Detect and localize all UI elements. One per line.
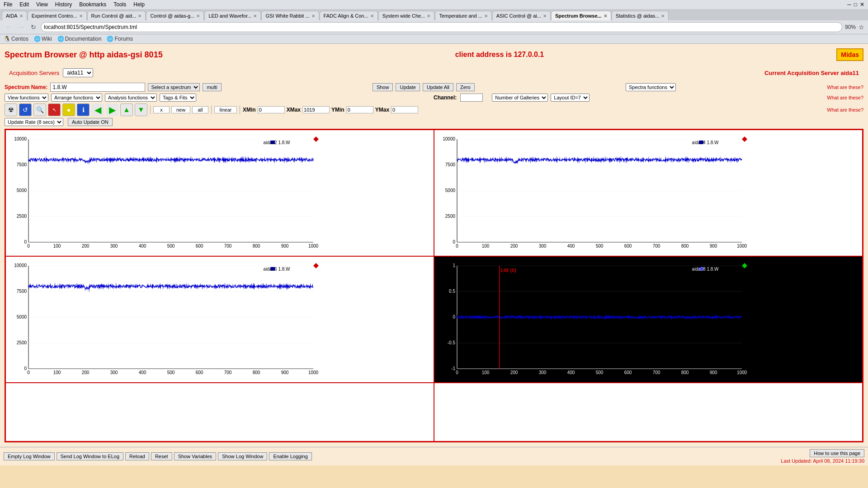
bookmark-documentation[interactable]: 🌐 Documentation bbox=[57, 36, 102, 42]
circle-icon-btn[interactable]: ● bbox=[62, 103, 75, 116]
reload-btn[interactable]: Reload bbox=[125, 452, 149, 460]
multi-button[interactable]: multi bbox=[203, 83, 221, 91]
xmax-input[interactable] bbox=[302, 106, 330, 113]
tab-close-7[interactable]: ✕ bbox=[427, 14, 430, 19]
tab-close-8[interactable]: ✕ bbox=[484, 14, 488, 19]
number-galleries-dropdown[interactable]: Number of Galleries bbox=[492, 94, 548, 102]
tab-close-3[interactable]: ✕ bbox=[196, 14, 200, 19]
bookmark-star[interactable]: ☆ bbox=[859, 23, 864, 31]
tab-9[interactable]: ASIC Control @ ai...✕ bbox=[492, 11, 551, 20]
enable-logging-btn[interactable]: Enable Logging bbox=[269, 452, 311, 460]
tab-8[interactable]: Temperature and ...✕ bbox=[435, 11, 491, 20]
show-button[interactable]: Show bbox=[373, 83, 393, 91]
cursor-icon-btn[interactable]: ↖ bbox=[48, 103, 61, 116]
empty-log-btn[interactable]: Empty Log Window bbox=[4, 452, 55, 460]
tab-close-11[interactable]: ✕ bbox=[661, 14, 665, 19]
arrow-up-btn[interactable]: ▲ bbox=[120, 103, 133, 116]
select-spectrum-dropdown[interactable]: Select a spectrum bbox=[148, 83, 200, 91]
refresh-icon-btn[interactable]: ↺ bbox=[19, 103, 32, 116]
update-button[interactable]: Update bbox=[396, 83, 420, 91]
chart-canvas-4[interactable] bbox=[434, 257, 751, 382]
update-all-button[interactable]: Update All bbox=[423, 83, 453, 91]
menu-help[interactable]: Help bbox=[133, 1, 145, 8]
acq-server-row: Acquisition Servers aida11 Current Acqui… bbox=[5, 66, 863, 80]
ymin-input[interactable] bbox=[346, 106, 373, 113]
analysis-functions-dropdown[interactable]: Analysis functions bbox=[105, 94, 157, 102]
show-log-btn[interactable]: Show Log Window bbox=[218, 452, 267, 460]
acq-current-server: Current Acquisition Server aida11 bbox=[764, 70, 859, 76]
nav-forward[interactable]: → bbox=[16, 23, 26, 32]
what-these-2[interactable]: What are these? bbox=[827, 95, 863, 100]
tab-close-2[interactable]: ✕ bbox=[138, 14, 142, 19]
window-close[interactable]: ✕ bbox=[860, 1, 864, 8]
channel-input[interactable] bbox=[460, 94, 483, 102]
tab-close-0[interactable]: ✕ bbox=[19, 14, 23, 19]
show-variables-btn[interactable]: Show Variables bbox=[174, 452, 217, 460]
menu-file[interactable]: File bbox=[4, 1, 12, 8]
bookmark-forums[interactable]: 🌐 Forums bbox=[107, 36, 133, 42]
menu-bookmarks[interactable]: Bookmarks bbox=[79, 1, 106, 8]
info-icon-btn[interactable]: ℹ bbox=[77, 103, 90, 116]
tab-2[interactable]: Run Control @ aid...✕ bbox=[87, 11, 146, 20]
chart-canvas-1[interactable] bbox=[6, 130, 322, 256]
tab-5[interactable]: GSI White Rabbit ...✕ bbox=[261, 11, 319, 20]
chart-canvas-3[interactable] bbox=[6, 257, 322, 382]
window-minimize[interactable]: ─ bbox=[847, 1, 851, 8]
tab-close-4[interactable]: ✕ bbox=[253, 14, 257, 19]
tab-4[interactable]: LED and Wavefor...✕ bbox=[204, 11, 261, 20]
window-maximize[interactable]: □ bbox=[854, 1, 857, 8]
arrow-down-btn[interactable]: ▼ bbox=[135, 103, 147, 116]
nav-reload[interactable]: ↻ bbox=[29, 23, 38, 32]
what-these-1[interactable]: What are these? bbox=[827, 84, 863, 90]
x-input[interactable] bbox=[153, 106, 170, 113]
icon-row: ☢ ↺ 🔍 ↖ ● ℹ ◀ ▶ ▲ ▼ XMin XMax YMin YMax … bbox=[5, 103, 863, 116]
layout-id-dropdown[interactable]: Layout ID=7 bbox=[551, 94, 590, 102]
arrange-functions-dropdown[interactable]: Arrange functions bbox=[51, 94, 102, 102]
menu-history[interactable]: History bbox=[55, 1, 72, 8]
zero-button[interactable]: Zero bbox=[456, 83, 475, 91]
auto-update-button[interactable]: Auto Update ON bbox=[68, 118, 113, 126]
bookmark-centos[interactable]: 🐧 Centos bbox=[4, 36, 28, 42]
linear-input[interactable] bbox=[214, 106, 237, 113]
menu-edit[interactable]: Edit bbox=[19, 1, 29, 8]
magnify-icon-btn[interactable]: 🔍 bbox=[33, 103, 46, 116]
new-input[interactable] bbox=[171, 106, 190, 113]
spectra-functions-dropdown[interactable]: Spectra functions bbox=[626, 83, 676, 91]
xmin-input[interactable] bbox=[258, 106, 285, 113]
spectrum-name-input[interactable] bbox=[50, 83, 145, 92]
tab-11[interactable]: Statistics @ aidas...✕ bbox=[612, 11, 669, 20]
ymax-input[interactable] bbox=[391, 106, 418, 113]
tab-1[interactable]: Experiment Contro...✕ bbox=[28, 11, 87, 20]
chart-cell-6 bbox=[434, 383, 863, 441]
tab-close-5[interactable]: ✕ bbox=[311, 14, 315, 19]
view-functions-dropdown[interactable]: View functions bbox=[5, 94, 48, 102]
reset-btn[interactable]: Reset bbox=[151, 452, 172, 460]
tab-close-9[interactable]: ✕ bbox=[543, 14, 547, 19]
what-these-3[interactable]: What are these? bbox=[827, 107, 863, 113]
all-input[interactable] bbox=[192, 106, 208, 113]
tab-close-10[interactable]: ✕ bbox=[604, 14, 607, 19]
menu-tools[interactable]: Tools bbox=[113, 1, 126, 8]
url-input[interactable] bbox=[41, 22, 842, 32]
nav-back[interactable]: ← bbox=[4, 23, 14, 32]
arrow-left-btn[interactable]: ◀ bbox=[91, 103, 104, 116]
send-log-btn[interactable]: Send Log Window to ELog bbox=[57, 452, 123, 460]
acq-server-select[interactable]: aida11 bbox=[63, 68, 93, 77]
tab-6[interactable]: FADC Align & Con...✕ bbox=[320, 11, 378, 20]
tab-3[interactable]: Control @ aidas-g...✕ bbox=[146, 11, 204, 20]
tab-0[interactable]: AIDA✕ bbox=[2, 11, 27, 20]
arrow-right-btn[interactable]: ▶ bbox=[106, 103, 118, 116]
tab-7[interactable]: System wide Che...✕ bbox=[378, 11, 435, 20]
how-to-btn[interactable]: How to use this page bbox=[810, 449, 864, 457]
tab-close-1[interactable]: ✕ bbox=[79, 14, 83, 19]
bottom-bar: Empty Log Window Send Log Window to ELog… bbox=[0, 447, 868, 465]
radiation-icon-btn[interactable]: ☢ bbox=[5, 103, 17, 116]
bookmark-wiki[interactable]: 🌐 Wiki bbox=[34, 36, 52, 42]
tab-10[interactable]: Spectrum Browse...✕ bbox=[551, 11, 611, 20]
channel-label: Channel: bbox=[434, 94, 457, 101]
tags-fits-dropdown[interactable]: Tags & Fits bbox=[160, 94, 196, 102]
tab-close-6[interactable]: ✕ bbox=[370, 14, 374, 19]
chart-canvas-2[interactable] bbox=[434, 130, 751, 256]
update-rate-dropdown[interactable]: Update Rate (8 secs) bbox=[5, 118, 63, 126]
menu-view[interactable]: View bbox=[36, 1, 48, 8]
